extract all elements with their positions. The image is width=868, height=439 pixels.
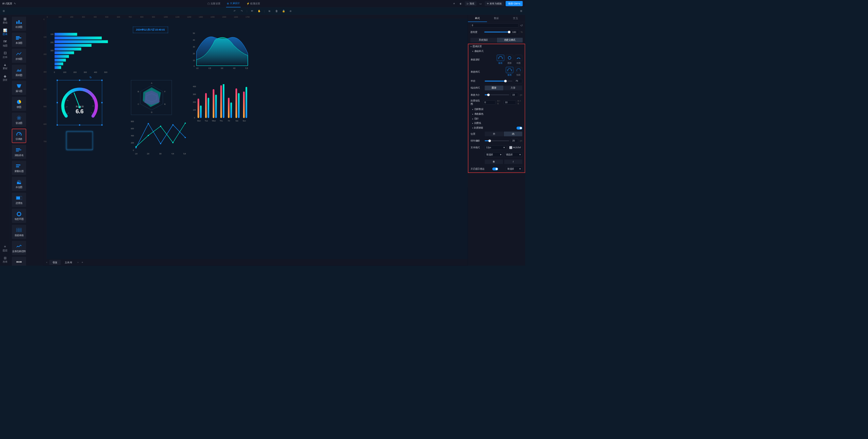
font-weight-select[interactable]: 请选择▾	[504, 152, 522, 157]
tick-label-toggle[interactable]	[516, 127, 522, 129]
font-color-picker[interactable]: #c2c5cf	[508, 145, 522, 150]
tab-permission[interactable]: ⚡权限设置	[245, 0, 261, 7]
radial-offset-input[interactable]	[511, 139, 518, 143]
nav-canvas[interactable]: ⊞画布	[0, 254, 10, 266]
right-tab-style[interactable]: 样式	[468, 15, 487, 22]
copy-icon[interactable]: ⧉	[268, 9, 272, 13]
palette-trend[interactable]: 业务指标趋势	[12, 241, 26, 255]
section-pointer-data[interactable]: ▸指标数据	[468, 107, 525, 112]
multibar-widget[interactable]: 4003002001000 MonTueWedThuFriSatSun	[192, 84, 250, 123]
rotation-input[interactable]	[470, 23, 518, 27]
tab-next-icon[interactable]: ›	[76, 261, 80, 264]
right-tab-data[interactable]: 数据	[487, 15, 506, 22]
section-pointer[interactable]: ▸指针	[468, 116, 525, 121]
palette-table[interactable]: 普通表格	[12, 225, 26, 239]
nav-shape[interactable]: ◆形状	[0, 72, 10, 84]
font-family-select[interactable]: 请选择▾	[485, 152, 503, 157]
rotation-icon[interactable]: ⭯	[520, 24, 522, 27]
dial-style-segmented[interactable]: 分段	[515, 67, 522, 76]
tab-page-settings[interactable]: ▢页面设置	[207, 0, 221, 7]
tab-prev-icon[interactable]: ‹	[45, 261, 48, 264]
palette-progress-pool[interactable]: 进度池	[12, 192, 26, 207]
palette-countdown[interactable]: 88:88倒计时	[12, 256, 26, 266]
palette-funnel-chart[interactable]: 漏斗图	[12, 80, 26, 95]
italic-button[interactable]: I	[504, 159, 522, 164]
palette-scroll-rank[interactable]: 滚动排名	[12, 145, 26, 159]
radius-input[interactable]	[514, 79, 522, 83]
hand-icon[interactable]: ✋	[257, 9, 261, 13]
section-dial-color[interactable]: ▸表盘颜色	[468, 112, 525, 116]
opacity-slider[interactable]	[484, 32, 509, 32]
font-size-select[interactable]: 12px▾	[485, 146, 507, 150]
theme-light-icon[interactable]: ☀	[452, 1, 457, 6]
position-in-button[interactable]: 内	[504, 132, 522, 136]
section-basic-style[interactable]: ▾基础样式	[468, 49, 525, 54]
preset-system-button[interactable]: 系统预设	[470, 38, 496, 42]
datetime-widget[interactable]: 2024年12月17日 15:40:01	[133, 27, 168, 33]
delete-icon[interactable]: 🗑	[275, 9, 279, 13]
palette-bar-chart[interactable]: 柱状图	[12, 16, 26, 31]
radius-slider[interactable]	[485, 81, 513, 81]
tab-design[interactable]: ⚙大屏设计	[226, 0, 241, 7]
hide-icon[interactable]: ⊘	[289, 9, 293, 13]
bold-button[interactable]: B	[485, 159, 503, 164]
dial-shape-circle[interactable]: 圆形	[506, 55, 513, 64]
dial-style-standard[interactable]: 标准	[506, 67, 513, 76]
rotate-icon[interactable]: ↻	[90, 76, 92, 79]
palette-hbar-chart[interactable]: 条形图	[12, 33, 26, 47]
section-tick-label[interactable]: ▾ 刻度标签	[468, 126, 525, 130]
eye-icon[interactable]: 👁	[250, 9, 254, 13]
hint-toggle[interactable]	[492, 167, 498, 170]
collapse-right-icon[interactable]: ☰	[520, 9, 522, 12]
dial-shape-half[interactable]: 半圆	[515, 55, 522, 64]
add-tab-icon[interactable]: +	[80, 261, 84, 264]
redo-icon[interactable]: ↷	[240, 9, 244, 13]
palette-capsule-bar[interactable]: 胶囊柱图	[12, 160, 26, 175]
palette-area-chart[interactable]: 面积图	[12, 64, 26, 79]
preset-custom-button[interactable]: 自定义样式	[497, 38, 523, 42]
section-tick[interactable]: ▸刻度线	[468, 121, 525, 126]
palette-pie-chart[interactable]: 饼图	[12, 96, 26, 111]
undo-icon[interactable]: ↶	[233, 9, 237, 13]
glow-box-widget[interactable]	[66, 131, 93, 150]
area-chart-widget[interactable]: 50403020100 1月2月3月4月5月	[192, 31, 250, 70]
right-tab-interact[interactable]: 交互	[506, 15, 525, 22]
radial-offset-slider[interactable]	[485, 140, 509, 141]
palette-gauge-chart[interactable]: 仪表盘	[12, 129, 26, 143]
palette-line-chart[interactable]: 折线图	[12, 49, 26, 63]
palette-ring-chart[interactable]: 动态环图	[12, 209, 26, 223]
publish-button[interactable]: ✈发布为模板	[485, 1, 504, 6]
nav-basic[interactable]: ▦基础	[0, 15, 10, 26]
preview-button[interactable]: ▷预览	[465, 1, 476, 6]
save-button[interactable]: 保存 Ctrl+s	[506, 1, 522, 6]
nav-widget[interactable]: ⚃控件	[0, 49, 10, 61]
palette-water-level[interactable]: 水位图	[12, 176, 26, 191]
lock-icon[interactable]: 🔒	[281, 9, 285, 13]
nav-map[interactable]: 🗺地图	[0, 38, 10, 49]
device-icon[interactable]: ▭	[478, 1, 483, 6]
tick-min-input[interactable]	[483, 100, 495, 104]
gauge-widget[interactable]: ↻	[57, 80, 102, 125]
master-tab[interactable]: 母版	[49, 260, 61, 265]
line-chart-widget[interactable]: 8006004002000 1月2月3月4月5月	[131, 119, 188, 156]
nav-material[interactable]: ▲素材	[0, 61, 10, 72]
endpoint-square-button[interactable]: 方形	[504, 85, 522, 90]
tick-max-input[interactable]	[504, 100, 516, 104]
position-out-button[interactable]: 外	[485, 132, 504, 136]
theme-dark-icon[interactable]: ◐	[458, 1, 463, 6]
nav-layer[interactable]: ≡图层	[0, 243, 10, 254]
design-canvas[interactable]: 2024年12月17日 15:40:01 100 200 300	[47, 18, 468, 259]
palette-radar-chart[interactable]: 雷达图	[12, 113, 26, 127]
hbar-chart-widget[interactable]: 100 200 300 010020030	[49, 31, 111, 74]
collapse-left-icon[interactable]: ☰	[3, 9, 5, 12]
main-canvas-tab[interactable]: 主画布	[62, 260, 76, 265]
nav-chart[interactable]: 📊图表	[0, 26, 10, 38]
hint-select[interactable]: 请选择▾	[506, 167, 522, 171]
section-chart-settings[interactable]: ▾图表设置	[468, 44, 525, 49]
opacity-input[interactable]	[511, 30, 519, 34]
endpoint-round-button[interactable]: 圆形	[485, 85, 504, 90]
dial-shape-standard[interactable]: 标准	[497, 55, 504, 64]
radar-widget[interactable]: A F E D C B	[131, 80, 172, 115]
dial-size-slider[interactable]	[485, 94, 509, 95]
dial-size-input[interactable]	[511, 93, 518, 97]
